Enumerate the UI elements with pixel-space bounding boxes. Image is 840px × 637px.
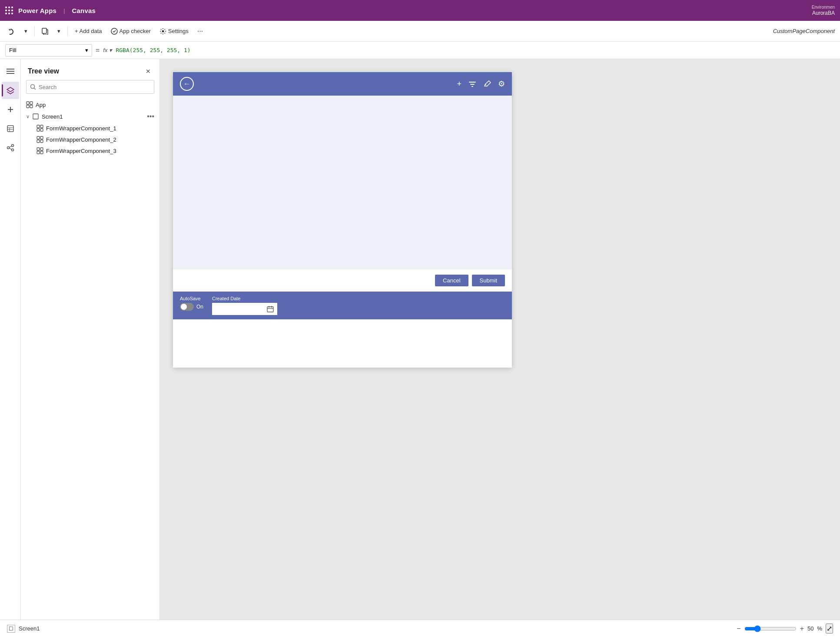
screen-name-label: Screen1 <box>19 625 40 632</box>
paste-dropdown-button[interactable]: ▾ <box>54 26 64 36</box>
property-dropdown[interactable]: Fill ▾ <box>5 44 92 56</box>
component-bottom-bar: AutoSave On Created Date <box>173 292 512 319</box>
toggle-on-label: On <box>196 304 203 310</box>
sidebar-menu-button[interactable] <box>2 63 19 80</box>
svg-point-14 <box>11 145 13 147</box>
settings-label: Settings <box>168 28 189 34</box>
filter-header-icon[interactable] <box>468 80 476 89</box>
svg-rect-9 <box>7 126 13 132</box>
zoom-out-button[interactable]: − <box>737 625 740 633</box>
autosave-label: AutoSave <box>180 296 203 301</box>
expand-button[interactable]: ⤢ <box>826 624 833 634</box>
search-input[interactable] <box>39 84 150 90</box>
more-button[interactable]: ⋯ <box>194 26 206 36</box>
svg-line-22 <box>34 88 36 90</box>
back-arrow-icon: ← <box>183 80 190 88</box>
screen1-more-icon[interactable]: ••• <box>147 113 154 120</box>
title-separator: | <box>63 7 65 14</box>
svg-rect-31 <box>40 129 43 131</box>
tree-close-button[interactable]: ✕ <box>144 66 153 76</box>
tree-item-component-1[interactable]: FormWrapperComponent_1 <box>21 123 159 134</box>
fx-chevron-icon: ▾ <box>109 47 112 53</box>
fx-selector[interactable]: fx ▾ <box>103 47 112 53</box>
screen-preview-icon: ☐ <box>7 625 15 633</box>
formula-value: RGBA(255, 255, 255, 1) <box>116 47 190 53</box>
back-button[interactable]: ← <box>180 77 194 91</box>
svg-rect-24 <box>30 102 33 104</box>
component-body <box>173 96 512 269</box>
screen-icon <box>32 113 39 120</box>
tree-content: App ∨ Screen1 ••• FormWrapperComponent_1… <box>21 97 159 637</box>
component-3-icon <box>37 147 43 154</box>
undo-icon <box>9 28 16 35</box>
undo-button[interactable] <box>5 26 19 36</box>
filter-icon <box>468 80 476 88</box>
layers-icon <box>7 86 14 94</box>
icon-sidebar <box>0 59 21 637</box>
component-header: ← + ⚙ <box>173 72 512 96</box>
svg-rect-30 <box>37 129 40 131</box>
svg-rect-25 <box>27 105 29 108</box>
add-data-button[interactable]: + Add data <box>71 26 106 36</box>
created-date-field: Created Date <box>212 296 277 315</box>
more-dots-icon: ⋯ <box>197 28 203 34</box>
add-icon <box>7 106 14 113</box>
svg-line-16 <box>9 146 11 147</box>
toolbar: ▾ ▾ + Add data App checker Settings ⋯ Cu… <box>0 21 840 42</box>
search-icon <box>30 84 36 90</box>
add-header-icon[interactable]: + <box>457 80 462 89</box>
submit-button[interactable]: Submit <box>472 275 505 286</box>
component-2-label: FormWrapperComponent_2 <box>46 136 116 143</box>
add-data-label: + Add data <box>75 28 102 34</box>
tree-item-app[interactable]: App <box>21 99 159 110</box>
waffle-icon[interactable] <box>5 7 13 14</box>
tree-search-box[interactable] <box>26 80 154 94</box>
sidebar-layers-button[interactable] <box>2 82 19 99</box>
component-3-label: FormWrapperComponent_3 <box>46 148 116 154</box>
gear-header-icon[interactable]: ⚙ <box>498 79 505 89</box>
undo-dropdown-button[interactable]: ▾ <box>21 26 31 36</box>
settings-icon <box>159 28 166 35</box>
tree-item-screen1[interactable]: ∨ Screen1 ••• <box>21 110 159 123</box>
copy-button[interactable] <box>38 26 52 36</box>
svg-rect-5 <box>7 71 14 72</box>
hamburger-icon <box>7 67 14 75</box>
tree-item-component-2[interactable]: FormWrapperComponent_2 <box>21 134 159 145</box>
zoom-slider[interactable] <box>744 625 797 632</box>
svg-line-17 <box>9 148 11 149</box>
chevron-down-icon: ▾ <box>24 28 27 34</box>
app-checker-button[interactable]: App checker <box>107 26 154 36</box>
app-title: Power Apps <box>18 7 56 14</box>
svg-rect-37 <box>40 148 43 150</box>
pencil-header-icon[interactable] <box>483 80 491 89</box>
cancel-button[interactable]: Cancel <box>435 275 468 286</box>
svg-rect-34 <box>37 140 40 143</box>
app-item-label: App <box>36 102 46 108</box>
sidebar-workflow-button[interactable] <box>2 139 19 156</box>
svg-rect-35 <box>40 140 43 143</box>
autosave-toggle[interactable]: On <box>180 303 203 311</box>
component-1-label: FormWrapperComponent_1 <box>46 125 116 132</box>
tree-header: Tree view ✕ <box>21 59 159 80</box>
toggle-track <box>180 303 194 311</box>
date-input[interactable] <box>212 303 277 315</box>
env-name: AuroraBA <box>812 10 835 17</box>
toggle-thumb <box>181 304 187 310</box>
workflow-icon <box>7 144 14 152</box>
chevron-down-icon-2: ▾ <box>57 28 60 34</box>
settings-button[interactable]: Settings <box>156 26 192 36</box>
sidebar-data-button[interactable] <box>2 120 19 137</box>
svg-rect-32 <box>37 136 40 139</box>
sidebar-add-button[interactable] <box>2 101 19 118</box>
svg-point-21 <box>31 85 35 89</box>
env-label: Environmen <box>812 4 835 10</box>
collapse-icon: ∨ <box>26 114 30 119</box>
data-icon <box>7 125 14 133</box>
environment-info: Environmen AuroraBA <box>812 4 835 17</box>
svg-rect-39 <box>40 151 43 154</box>
tree-item-component-3[interactable]: FormWrapperComponent_3 <box>21 145 159 156</box>
page-name: CustomPageComponent <box>773 28 835 34</box>
formula-input[interactable]: RGBA(255, 255, 255, 1) <box>116 47 835 53</box>
bottom-bar: ☐ Screen1 − + 50 % ⤢ <box>0 620 840 637</box>
zoom-in-button[interactable]: + <box>800 625 804 633</box>
